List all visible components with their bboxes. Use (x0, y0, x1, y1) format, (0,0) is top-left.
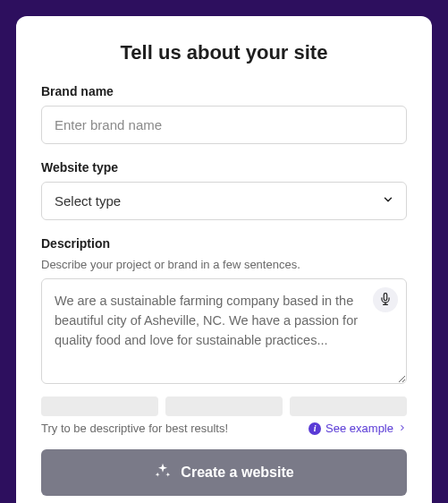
brand-name-label: Brand name (41, 84, 407, 98)
microphone-button[interactable] (373, 287, 398, 312)
website-type-label: Website type (41, 160, 407, 175)
brand-name-field: Brand name (41, 84, 407, 144)
website-type-select-wrap: Select type (41, 182, 407, 220)
skeleton-chip (165, 396, 283, 416)
descriptive-hint: Try to be descriptive for best results! (41, 422, 228, 435)
description-textarea-wrap (41, 278, 407, 388)
page-title: Tell us about your site (41, 41, 407, 64)
website-type-selected: Select type (55, 193, 121, 209)
create-website-button[interactable]: Create a website (41, 449, 407, 496)
suggestion-placeholders (41, 396, 407, 416)
skeleton-chip (290, 396, 407, 416)
website-type-field: Website type Select type (41, 160, 407, 220)
microphone-icon (379, 293, 392, 308)
create-website-label: Create a website (181, 465, 293, 481)
see-example-text: See example (325, 422, 393, 435)
hint-row: Try to be descriptive for best results! … (41, 422, 407, 435)
website-type-select[interactable]: Select type (41, 182, 407, 220)
sparkle-icon (154, 462, 172, 483)
description-textarea[interactable] (41, 278, 407, 384)
info-icon: i (309, 422, 321, 435)
description-label: Description (41, 236, 407, 251)
form-card: Tell us about your site Brand name Websi… (16, 16, 432, 503)
see-example-link[interactable]: i See example (309, 422, 407, 435)
skeleton-chip (41, 396, 158, 416)
brand-name-input[interactable] (41, 106, 407, 144)
description-field: Description Describe your project or bra… (41, 236, 407, 388)
chevron-right-icon (398, 422, 407, 435)
description-help: Describe your project or brand in a few … (41, 258, 407, 271)
